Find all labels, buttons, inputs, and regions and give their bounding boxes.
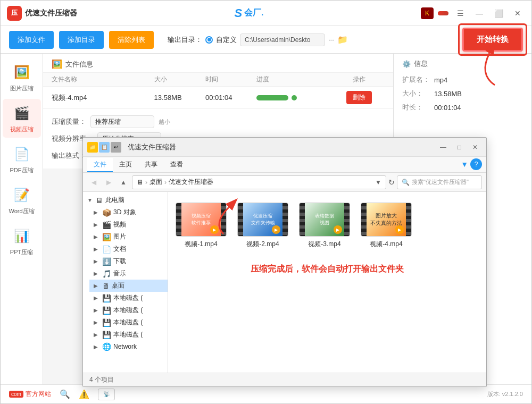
menu-button[interactable]: ☰ [453,6,468,21]
refresh-button[interactable]: ↻ [388,178,395,187]
sidebar-item-video[interactable]: 🎬 视频压缩 [3,99,41,138]
search-input-icon: 🔍 [402,179,410,186]
explorer-close-btn[interactable]: ✕ [468,140,482,154]
folder-arrow-icon: ↩ [111,142,121,153]
gear-icon: ⚙️ [402,60,411,68]
ribbon-tab-share[interactable]: 共享 [138,158,164,172]
clear-list-button[interactable]: 清除列表 [109,31,154,49]
title-center: S 会厂. [77,6,421,20]
info-ext-row: 扩展名： mp4 [402,75,523,85]
tree-label-computer: 此电脑 [105,196,124,205]
app-title: 优速文件压缩器 [25,9,77,18]
explorer-ribbon: 文件 主页 共享 查看 ▼ ? [83,157,486,173]
version-label: 版本: v2.1.2.0 [487,390,523,398]
tree-item-docs[interactable]: ▶ 📄 文档 [89,243,168,255]
tree-item-pictures[interactable]: ▶ 🖼️ 图片 [89,231,168,243]
list-item[interactable]: 视频压缩软件推荐 ▶ 视频-1.mp4 [174,198,228,253]
brand-s-icon: S [234,6,242,20]
setting-row-quality: 压缩质量： 推荐压缩 高质量 低质量 越小 [52,115,385,128]
tree-label-pictures: 图片 [113,232,126,241]
video-thumb-2: 优速压缩文件夹传输 ▶ [237,203,288,237]
file-info-section: 🖼️ 文件信息 文件名称 大小 时间 进度 操作 视频-4.mp4 13.58M… [43,54,393,109]
official-site-link[interactable]: com 官方网站 [9,390,51,399]
close-button[interactable]: ✕ [510,6,525,21]
vip-button[interactable] [438,11,448,15]
list-item[interactable]: 图片放大不失真的方法 ▶ 视频-4.mp4 [360,198,413,253]
tree-label-disk-c: 本地磁盘 ( [113,293,143,302]
sidebar-label-video: 视频压缩 [10,125,34,133]
output-more-button[interactable]: ··· [328,36,334,44]
up-button[interactable]: ▲ [117,176,130,189]
music-icon: 🎵 [102,270,111,278]
explorer-minimize-btn[interactable]: — [436,140,450,154]
film-strip-left-4 [361,203,367,236]
add-dir-button[interactable]: 添加目录 [59,31,104,49]
file-name-2: 视频-2.mp4 [246,240,279,249]
title-bar: 压 优速文件压缩器 S 会厂. K ☰ — ⬜ ✕ [1,1,531,26]
tree-item-disk-f[interactable]: ▶ 💾 本地磁盘 ( [89,329,168,341]
list-item[interactable]: 优速压缩文件夹传输 ▶ 视频-2.mp4 [236,198,289,253]
sidebar-item-ppt[interactable]: 📊 PPT压缩 [3,222,41,260]
film-strip-right-3 [344,203,350,236]
search-box[interactable]: 🔍 搜索"优速文件压缩器" [397,175,482,189]
tree-arrow-disk-c: ▶ [94,295,100,301]
maximize-button[interactable]: ⬜ [491,6,506,21]
tree-arrow-desktop: ▶ [94,283,100,289]
network-icon: 🌐 [102,342,111,351]
app-logo: 压 优速文件压缩器 [7,6,77,21]
tree-label-network: Network [113,343,137,350]
tree-item-3d[interactable]: ▶ 📦 3D 对象 [89,206,168,218]
folder-yellow-icon: 📁 [87,142,98,153]
ribbon-tab-file[interactable]: 文件 [87,158,113,172]
sidebar-item-word[interactable]: 📝 Word压缩 [3,181,41,220]
help-icon[interactable]: ? [470,158,482,170]
brand-text: 会厂. [244,7,263,19]
minimize-button[interactable]: — [472,6,487,21]
ribbon-dropdown-icon[interactable]: ▼ [461,160,468,169]
sidebar-label-pdf: PDF压缩 [10,166,34,174]
tree-label-disk-d: 本地磁盘 ( [113,306,143,315]
sidebar-item-image[interactable]: 🖼️ 图片压缩 [3,58,41,97]
ribbon-tab-view[interactable]: 查看 [164,158,189,172]
explorer-win-buttons: — □ ✕ [436,140,482,154]
explorer-body: ▼ 🖥 此电脑 ▶ 📦 3D 对象 ▶ 🎬 视频 ▶ 🖼️ 图片 ▶ � [83,192,486,373]
duration-label: 时长： [402,103,434,112]
router-widget: 📡 [98,389,115,400]
ribbon-tab-home[interactable]: 主页 [113,158,138,172]
explorer-statusbar: 4 个项目 [83,373,486,386]
tree-item-network[interactable]: ▶ 🌐 Network [89,341,168,352]
film-strip-left-3 [300,203,305,236]
address-dropdown-icon[interactable]: ▼ [375,179,381,186]
tree-item-downloads[interactable]: ▶ ⬇️ 下载 [89,255,168,267]
start-convert-button[interactable]: 开始转换 [462,28,523,52]
back-button[interactable]: ◀ [87,176,100,189]
title-right: K ☰ — ⬜ ✕ [421,6,525,21]
folder-icon[interactable]: 📁 [337,35,348,45]
compress-hint: 压缩完成后，软件会自动打开输出文件夹 [174,253,480,285]
delete-button[interactable]: 删除 [346,91,372,104]
output-radio[interactable] [205,36,213,44]
tree-item-video[interactable]: ▶ 🎬 视频 [89,218,168,231]
tree-item-desktop[interactable]: ▶ 🖥 桌面 [89,280,168,292]
tree-item-disk-e[interactable]: ▶ 💾 本地磁盘 ( [89,316,168,329]
quality-select[interactable]: 推荐压缩 高质量 低质量 [90,115,154,128]
explorer-maximize-btn[interactable]: □ [452,140,466,154]
add-file-button[interactable]: 添加文件 [9,31,54,49]
list-item[interactable]: 表格数据视图 ▶ 视频-3.mp4 [298,198,351,253]
file-grid: 视频压缩软件推荐 ▶ 视频-1.mp4 优速压缩文件夹传输 ▶ [174,198,480,253]
tree-item-music[interactable]: ▶ 🎵 音乐 [89,267,168,280]
tree-item-computer[interactable]: ▼ 🖥 此电脑 [83,194,168,206]
sidebar-item-pdf[interactable]: 📄 PDF压缩 [3,140,41,179]
tree-label-disk-e: 本地磁盘 ( [113,318,143,327]
tree-arrow-video: ▶ [94,222,100,228]
disk-d-icon: 💾 [102,306,111,315]
film-strip-left-1 [176,203,181,236]
desktop-icon: 🖥 [102,282,110,290]
search-icon[interactable]: 🔍 [60,389,70,399]
forward-button[interactable]: ▶ [102,176,115,189]
address-bar[interactable]: 🖥 › 桌面 › 优速文件压缩器 ▼ [132,175,386,189]
tree-item-disk-d[interactable]: ▶ 💾 本地磁盘 ( [89,304,168,316]
tree-item-disk-c[interactable]: ▶ 💾 本地磁盘 ( [89,292,168,304]
info-duration-row: 时长： 00:01:04 [402,103,523,112]
tree-arrow-network: ▶ [94,344,100,350]
